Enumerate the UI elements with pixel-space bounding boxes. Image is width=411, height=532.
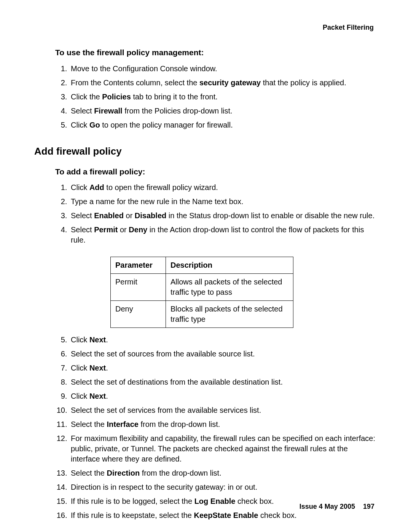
section1-heading: To use the firewall policy management:	[55, 47, 377, 58]
list-item: Type a name for the new rule in the Name…	[69, 197, 377, 207]
list-item: Click Go to open the policy manager for …	[69, 120, 377, 130]
list-item: Select the Interface from the drop-down …	[69, 419, 377, 430]
table-header-row: Parameter Description	[111, 257, 293, 274]
list-item: Click the Policies tab to bring it to th…	[69, 92, 377, 102]
section2-steps-b: Click Next.Select the set of sources fro…	[34, 335, 377, 521]
table-cell-description: Blocks all packets of the selected traff…	[166, 301, 293, 328]
table-cell-parameter: Permit	[111, 274, 166, 301]
page-header-title: Packet Filtering	[34, 23, 374, 32]
list-item: Click Next.	[69, 391, 377, 401]
table-row: Permit Allows all packets of the selecte…	[111, 274, 293, 301]
section2-heading: Add firewall policy	[34, 145, 377, 158]
page-footer: Issue 4 May 2005 197	[299, 502, 374, 511]
list-item: For maximum flexibility and capability, …	[69, 433, 377, 464]
table-header-description: Description	[166, 257, 293, 274]
section2-subheading: To add a firewall policy:	[55, 166, 377, 177]
footer-issue: Issue 4 May 2005	[299, 503, 355, 510]
document-page: Packet Filtering To use the firewall pol…	[0, 0, 411, 532]
list-item: If this rule is to keepstate, select the…	[69, 510, 377, 521]
list-item: Click Add to open the firewall policy wi…	[69, 182, 377, 193]
list-item: Direction is in respect to the security …	[69, 482, 377, 492]
list-item: Click Next.	[69, 335, 377, 345]
list-item: Select Enabled or Disabled in the Status…	[69, 211, 377, 221]
list-item: Select Firewall from the Policies drop-d…	[69, 106, 377, 116]
list-item: Select the set of sources from the avail…	[69, 349, 377, 359]
section2-steps-a: Click Add to open the firewall policy wi…	[34, 182, 377, 245]
list-item: Move to the Configuration Console window…	[69, 64, 377, 74]
table-cell-parameter: Deny	[111, 301, 166, 328]
list-item: Select the Direction from the drop-down …	[69, 468, 377, 478]
table-cell-description: Allows all packets of the selected traff…	[166, 274, 293, 301]
table-header-parameter: Parameter	[111, 257, 166, 274]
table-row: Deny Blocks all packets of the selected …	[111, 301, 293, 328]
list-item: Select the set of destinations from the …	[69, 377, 377, 387]
section1-steps: Move to the Configuration Console window…	[34, 64, 377, 130]
parameter-table: Parameter Description Permit Allows all …	[110, 257, 293, 328]
list-item: Click Next.	[69, 363, 377, 373]
list-item: Select the set of services from the avai…	[69, 405, 377, 415]
list-item: From the Contents column, select the sec…	[69, 78, 377, 88]
footer-page-number: 197	[363, 503, 374, 510]
list-item: Select Permit or Deny in the Action drop…	[69, 225, 377, 245]
